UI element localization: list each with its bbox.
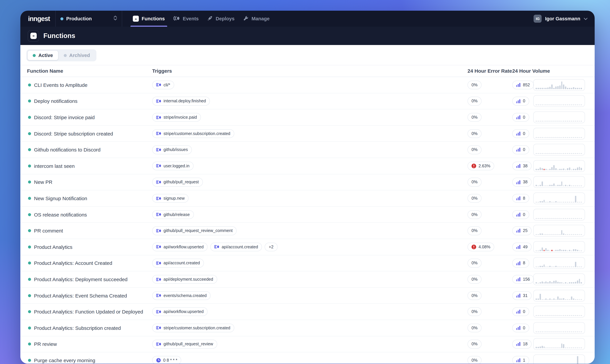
trigger-badges: github/pull_request [152,178,203,186]
filter-tab-label: Archived [69,53,90,58]
event-trigger-badge: api/account.created [210,243,262,251]
error-rate-cell: 0% [468,259,482,268]
trigger-badges: api/deployment.succeeded [152,275,217,284]
error-rate-cell: 0% [468,113,482,122]
volume-sparkline [533,193,585,204]
tab-functions[interactable]: ‹› Functions [128,11,169,27]
trigger-badges: stripe/customer.subscription.created [152,324,234,332]
user-menu[interactable]: IG Igor Gassmann [534,11,595,27]
function-name: Product Analytics [34,244,72,250]
function-list: CLI Events to Amplitude cli/* 0% 852 Dep… [20,77,595,364]
volume-badge: 156 [512,275,534,284]
volume-cell: 0 [512,210,529,219]
app-background: inngest Production ‹› Functions [0,0,610,364]
volume-cell: 0 [512,97,529,105]
table-row[interactable]: Product Analytics: Subscription created … [20,320,595,336]
app-window: inngest Production ‹› Functions [20,11,595,364]
table-row[interactable]: CLI Events to Amplitude cli/* 0% 852 [20,77,595,93]
function-status-dot [28,116,31,119]
page-icon-box: ‹› [28,30,39,41]
environment-status-dot [60,17,63,20]
trigger-badges: api/workflow.upserted [152,307,208,316]
table-row[interactable]: New Signup Notification signup.new 0% 8 [20,190,595,207]
error-rate-cell: 0% [468,97,482,105]
table-row[interactable]: Deploy notifications internal.deploy.fin… [20,93,595,109]
function-name: OS release notifications [34,212,87,217]
error-rate-badge: 0% [468,340,482,349]
volume-sparkline [533,241,585,253]
function-status-dot [28,229,31,232]
volume-sparkline [533,273,585,285]
event-trigger-badge: github/pull_request_review_comment [152,226,237,235]
wrench-icon [243,15,249,22]
function-name: PR review [34,341,57,347]
function-name: Product Analytics: Event Schema Created [34,293,127,298]
volume-sparkline [533,257,585,269]
volume-badge: 8 [512,194,529,203]
error-rate-cell: 0% [468,80,482,89]
table-row[interactable]: Product Analytics: Event Schema Created … [20,287,595,304]
filter-tab-active[interactable]: Active [27,50,58,60]
function-status-dot [28,197,31,200]
volume-cell: 156 [512,275,534,284]
error-rate-cell: 0% [468,275,482,284]
column-header-triggers: Triggers [152,68,172,74]
table-row[interactable]: Purge cache every morning 0 8 * * * 0% 1 [20,352,595,364]
table-row[interactable]: PR comment github/pull_request_review_co… [20,223,595,239]
event-trigger-badge: signup.new [152,194,189,203]
volume-badge: 852 [512,80,534,89]
code-icon: ‹› [133,16,139,22]
function-name: CLI Events to Amplitude [34,82,87,88]
volume-sparkline [533,290,585,301]
function-status-dot [28,245,31,248]
error-rate-cell: 0% [468,226,482,235]
error-rate-cell: 0% [468,340,482,349]
tab-events[interactable]: Events [169,11,203,27]
function-name: Product Analytics: Deployment succeeded [34,276,127,282]
error-rate-badge: 0% [468,226,482,235]
table-row[interactable]: Product Analytics: Deployment succeeded … [20,271,595,287]
function-status-dot [28,148,31,151]
trigger-badges: github/pull_request_review_comment [152,226,237,235]
tab-deploys[interactable]: Deploys [203,11,239,27]
table-row[interactable]: intercom last seen user.logged.in 2.63% … [20,158,595,174]
table-row[interactable]: PR review github/pull_request_review 0% … [20,336,595,352]
error-rate-cell: 0% [468,194,482,203]
more-triggers-badge[interactable]: +2 [265,243,278,251]
function-name: New PR [34,179,52,185]
user-name: Igor Gassmann [545,16,580,21]
event-trigger-badge: stripe/customer.subscription.created [152,129,234,138]
tab-manage[interactable]: Manage [239,11,274,27]
environment-switcher[interactable]: Production [55,11,122,27]
function-status-dot [28,100,31,103]
function-status-dot [28,343,31,346]
table-row[interactable]: Discord: Stripe subscription created str… [20,126,595,142]
table-row[interactable]: Product Analytics api/workflow.upserteda… [20,239,595,255]
trigger-badges: stripe/customer.subscription.created [152,129,234,138]
table-row[interactable]: New PR github/pull_request 0% 38 [20,174,595,190]
trigger-badges: api/workflow.upsertedapi/account.created… [152,243,277,251]
event-trigger-badge: api/workflow.upserted [152,243,208,251]
function-status-dot [28,83,31,87]
tab-label: Functions [142,16,165,21]
table-row[interactable]: Product Analytics: Function Updated or D… [20,304,595,320]
trigger-badges: 0 8 * * * [152,356,181,364]
rocket-icon [207,15,213,22]
table-row[interactable]: Github notifications to Discord github/i… [20,142,595,158]
page-header: ‹› Functions [20,27,595,45]
inngest-logo[interactable]: inngest [28,11,50,27]
table-row[interactable]: OS release notifications github/release … [20,207,595,223]
function-status-dot [28,181,31,184]
table-row[interactable]: Discord: Stripe invoice paid stripe/invo… [20,109,595,126]
table-row[interactable]: Product Analytics: Account Created api/a… [20,255,595,271]
volume-badge: 25 [512,226,532,235]
trigger-badges: cli/* [152,80,174,89]
function-status-dot [28,326,31,329]
event-trigger-badge: cli/* [152,80,174,89]
function-status-dot [28,278,31,281]
volume-sparkline [533,209,585,220]
volume-sparkline [533,338,585,350]
error-rate-badge: 0% [468,291,482,300]
error-rate-badge: 0% [468,210,482,219]
filter-tab-archived[interactable]: Archived [58,50,95,60]
